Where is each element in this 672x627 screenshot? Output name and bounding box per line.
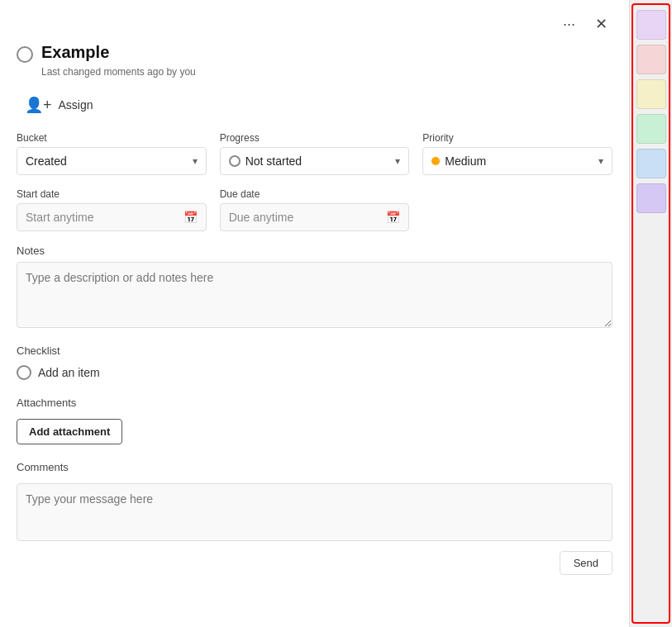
more-options-button[interactable]: ··· xyxy=(558,13,580,35)
checklist-label: Checklist xyxy=(17,344,612,357)
swatch-purple[interactable] xyxy=(636,183,666,213)
attachments-label: Attachments xyxy=(17,397,612,409)
start-date-field: Start date Start anytime 📅 xyxy=(17,188,207,231)
assign-label: Assign xyxy=(59,98,93,112)
due-date-calendar-icon: 📅 xyxy=(386,211,400,224)
notes-textarea[interactable] xyxy=(17,262,612,328)
start-date-calendar-icon: 📅 xyxy=(183,211,198,224)
task-detail-panel: ··· ✕ Example Last changed moments ago b… xyxy=(0,0,629,627)
task-title: Example xyxy=(41,43,109,62)
bucket-chevron-icon: ▾ xyxy=(193,155,198,167)
priority-dot-icon xyxy=(431,157,440,165)
send-row: Send xyxy=(17,551,612,575)
priority-chevron-icon: ▾ xyxy=(598,155,603,167)
top-actions: ··· ✕ xyxy=(17,13,612,35)
send-button[interactable]: Send xyxy=(560,551,612,575)
color-sidebar xyxy=(629,0,672,627)
priority-value-wrap: Medium xyxy=(431,154,486,168)
start-date-placeholder: Start anytime xyxy=(26,211,183,224)
start-date-input[interactable]: Start anytime 📅 xyxy=(17,203,207,231)
bucket-select[interactable]: Created ▾ xyxy=(17,147,207,175)
due-date-input[interactable]: Due anytime 📅 xyxy=(220,203,410,231)
notes-section-label: Notes xyxy=(17,245,612,257)
bucket-value: Created xyxy=(26,154,67,168)
checklist-add-item[interactable]: Add an item xyxy=(17,362,612,383)
due-date-label: Due date xyxy=(220,188,410,200)
comments-label: Comments xyxy=(17,461,612,473)
progress-chevron-icon: ▾ xyxy=(395,155,400,167)
attachments-section: Attachments Add attachment xyxy=(17,397,612,444)
progress-value: Not started xyxy=(245,154,302,168)
date-fields-grid: Start date Start anytime 📅 Due date Due … xyxy=(17,188,612,231)
due-date-placeholder: Due anytime xyxy=(229,211,387,224)
checklist-add-text: Add an item xyxy=(38,366,100,379)
priority-value: Medium xyxy=(445,154,486,168)
priority-select[interactable]: Medium ▾ xyxy=(422,147,612,175)
bucket-field: Bucket Created ▾ xyxy=(17,132,207,175)
priority-field: Priority Medium ▾ xyxy=(422,132,612,175)
due-date-field: Due date Due anytime 📅 xyxy=(220,188,410,231)
fields-grid: Bucket Created ▾ Progress Not started ▾ … xyxy=(17,132,612,175)
progress-field: Progress Not started ▾ xyxy=(220,132,410,175)
swatch-green[interactable] xyxy=(636,114,666,144)
task-subtitle: Last changed moments ago by you xyxy=(41,66,612,78)
progress-value-wrap: Not started xyxy=(229,154,302,168)
assign-button[interactable]: 👤+ Assign xyxy=(17,91,102,119)
swatch-pink[interactable] xyxy=(636,45,666,74)
swatch-lavender[interactable] xyxy=(636,10,666,40)
date-grid-spacer xyxy=(422,188,612,231)
checklist-circle-icon xyxy=(17,365,31,380)
add-attachment-button[interactable]: Add attachment xyxy=(17,419,122,444)
swatch-yellow[interactable] xyxy=(636,79,666,109)
task-header: Example xyxy=(17,43,612,63)
comments-section: Comments Send xyxy=(17,461,612,575)
priority-label: Priority xyxy=(422,132,612,144)
close-button[interactable]: ✕ xyxy=(590,13,612,35)
progress-select[interactable]: Not started ▾ xyxy=(220,147,410,175)
start-date-label: Start date xyxy=(17,188,207,200)
checklist-section: Checklist Add an item xyxy=(17,344,612,383)
progress-icon xyxy=(229,155,241,167)
bucket-label: Bucket xyxy=(17,132,207,144)
swatch-blue[interactable] xyxy=(636,149,666,178)
assign-icon: 👤+ xyxy=(25,96,52,114)
comments-textarea[interactable] xyxy=(17,483,612,541)
task-complete-circle[interactable] xyxy=(17,46,33,63)
progress-label: Progress xyxy=(220,132,410,144)
